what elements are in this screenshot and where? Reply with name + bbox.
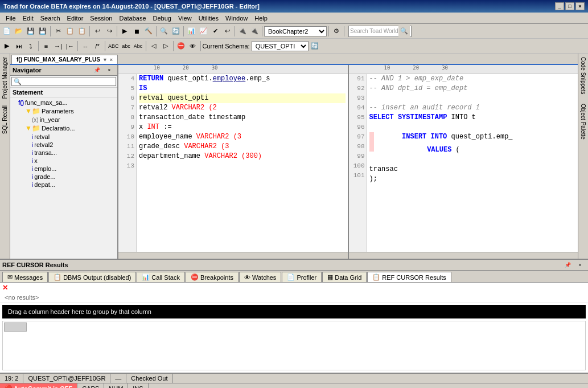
tb2-fwd-btn[interactable]: ▷ [160, 40, 171, 52]
code-snippets-label[interactable]: Code Snippets [579, 55, 587, 97]
menu-window[interactable]: Window [222, 14, 251, 23]
tb-paste-btn[interactable]: 📋 [76, 26, 88, 37]
tb2-lower-btn[interactable]: abc [121, 40, 132, 52]
tb-explain-btn[interactable]: 📊 [186, 26, 197, 37]
session-combo[interactable]: BookChapter2 [264, 26, 327, 36]
project-manager-label[interactable]: Project Manager [1, 55, 9, 101]
menu-editor[interactable]: Editor [64, 14, 87, 23]
tree-var-depat[interactable]: i depat... [11, 181, 116, 189]
tree-var-x[interactable]: i x [11, 157, 116, 165]
menu-edit[interactable]: Edit [19, 14, 37, 23]
tb2-uncomment-btn[interactable]: /* [92, 40, 103, 52]
code-text-left[interactable]: RETURN quest_opti.employee.emp_s IS retv… [137, 74, 348, 252]
object-palette-label[interactable]: Object Palette [579, 101, 587, 142]
tab-breakpoints[interactable]: ⛔ Breakpoints [186, 272, 239, 282]
menu-view[interactable]: View [175, 14, 195, 23]
editor-tab-main[interactable]: f() FUNC_MAX_SALARY_PLUS ▼ × [11, 55, 118, 64]
tree-func[interactable]: f() func_max_sa... [11, 99, 116, 107]
tree-declarations-folder[interactable]: ▼📁 Declaratio... [11, 124, 116, 133]
tb-open-btn[interactable]: 📂 [13, 26, 24, 37]
tb-commit-btn[interactable]: ✔ [209, 26, 221, 37]
bottom-panel-close-btn[interactable]: × [574, 261, 586, 269]
tb-undo-btn[interactable]: ↩ [92, 26, 103, 37]
tb-cut-btn[interactable]: ✂ [52, 26, 64, 37]
sql-recall-label[interactable]: SQL Recall [1, 103, 9, 136]
menu-file[interactable]: File [2, 14, 19, 23]
tb2-exec-step-btn[interactable]: ⏭ [13, 40, 24, 52]
tb2-exec-btn[interactable]: ▶ [1, 40, 13, 52]
navigator-close-btn[interactable]: × [104, 66, 115, 74]
scrollbar-right[interactable] [349, 252, 578, 259]
navigator-search-input[interactable] [11, 77, 116, 86]
sep14 [173, 41, 174, 51]
tb2-proper-btn[interactable]: Abc [133, 40, 144, 52]
minimize-btn[interactable]: _ [555, 2, 564, 10]
code-body-left[interactable]: 45678910111213 RETURN quest_opti.employe… [118, 74, 348, 252]
tab-call-stack[interactable]: 📊 Call Stack [137, 272, 185, 282]
tb-run-btn[interactable]: ▶ [119, 26, 130, 37]
status-indicator: — [110, 374, 126, 383]
code-body-right[interactable]: 919293949596979899100101 -- AND 1 > emp_… [349, 74, 578, 252]
tb2-outdent-btn[interactable]: |← [64, 40, 76, 52]
tb-connect-btn[interactable]: 🔌 [237, 26, 248, 37]
tb-new-btn[interactable]: 📄 [1, 26, 13, 37]
tb-save-all-btn[interactable]: 💾 [37, 26, 48, 37]
tb2-upper-btn[interactable]: ABC [107, 40, 120, 52]
tab-data-grid[interactable]: ▦ Data Grid [322, 272, 367, 282]
tb2-format-btn[interactable]: ≡ [40, 40, 52, 52]
menu-debug[interactable]: Debug [150, 14, 175, 23]
menu-session[interactable]: Session [87, 14, 116, 23]
tb-session-btn[interactable]: ⚙ [331, 26, 342, 37]
scrollbar-left[interactable] [118, 252, 348, 259]
tb2-watch-btn[interactable]: 👁 [187, 40, 199, 52]
tb-save-btn[interactable]: 💾 [25, 26, 36, 37]
tb2-indent-btn[interactable]: →| [52, 40, 64, 52]
tb-stop-btn[interactable]: ⏹ [131, 26, 142, 37]
search-world-btn[interactable]: 🔍 [398, 26, 410, 37]
code-text-right[interactable]: -- AND 1 > emp_exp_date -- AND dpt_id = … [367, 74, 578, 252]
title-bar: Toad for Oracle BETA expires on 14-Augus… [0, 0, 588, 13]
status-checked-out: Checked Out [126, 374, 172, 383]
tb2-schema-refresh-btn[interactable]: 🔄 [309, 40, 320, 52]
tb-redo-btn[interactable]: ↪ [104, 26, 115, 37]
tab-dbms-output[interactable]: 📋 DBMS Output (disabled) [48, 272, 136, 282]
tb2-back-btn[interactable]: ◁ [148, 40, 159, 52]
tree-var-retval[interactable]: i retval [11, 133, 116, 141]
tree-declarations-label: Declaratio... [42, 125, 75, 132]
tab-messages[interactable]: ✉ Messages [2, 272, 48, 282]
navigator-pin-btn[interactable]: 📌 [91, 66, 102, 74]
tree-var-grade[interactable]: i grade... [11, 173, 116, 181]
tree-var-transa[interactable]: i transa... [11, 149, 116, 157]
tb-find-btn[interactable]: 🔍 [158, 26, 170, 37]
maximize-btn[interactable]: □ [565, 2, 574, 10]
tab-watches[interactable]: 👁 Watches [239, 272, 281, 282]
grid-col-handle[interactable] [4, 322, 27, 332]
tb-profile-btn[interactable]: 📈 [198, 26, 209, 37]
tree-var-emplo[interactable]: i emplo... [11, 165, 116, 173]
close-btn[interactable]: × [575, 2, 585, 10]
menu-help[interactable]: Help [251, 14, 271, 23]
navigator-panel: Navigator 📌 × Statement f() func_max_sa.… [10, 65, 118, 259]
current-schema-combo[interactable]: QUEST_OPTI [252, 41, 309, 51]
tb2-comment-btn[interactable]: -- [80, 40, 91, 52]
tree-var-retval2[interactable]: i retval2 [11, 141, 116, 149]
tab-ref-cursor[interactable]: 📋 REF CURSOR Results [367, 272, 451, 282]
tb-copy-btn[interactable]: 📋 [64, 26, 76, 37]
editor-tab-close-x[interactable]: × [110, 57, 113, 63]
tb-compile-btn[interactable]: 🔨 [143, 26, 154, 37]
tree-parameters-folder[interactable]: ▼📁 Parameters [11, 107, 116, 116]
bottom-panel-pin-btn[interactable]: 📌 [562, 261, 573, 269]
menu-search[interactable]: Search [37, 14, 64, 23]
tab-profiler[interactable]: 📄 Profiler [282, 272, 322, 282]
tb2-breakpoint-btn[interactable]: ⛔ [175, 40, 187, 52]
editor-content: Navigator 📌 × Statement f() func_max_sa.… [10, 65, 578, 259]
tb-replace-btn[interactable]: 🔄 [170, 26, 182, 37]
menu-utilities[interactable]: Utilities [195, 14, 222, 23]
editor-tab-close[interactable]: ▼ [102, 57, 108, 63]
window-controls[interactable]: _ □ × [555, 2, 585, 10]
menu-database[interactable]: Database [116, 14, 149, 23]
tb2-step-over-btn[interactable]: ⤵ [25, 40, 36, 52]
tree-in-year[interactable]: (x) in_year [11, 116, 116, 124]
tb-disconnect-btn[interactable]: 🔌 [249, 26, 260, 37]
tb-rollback-btn[interactable]: ↩ [221, 26, 233, 37]
